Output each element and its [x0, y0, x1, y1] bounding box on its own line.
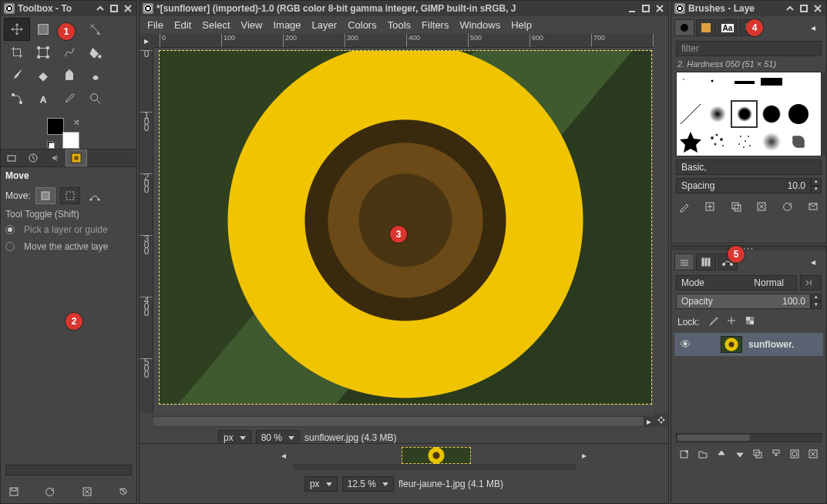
close-button[interactable]: [654, 3, 665, 14]
swap-colors-icon[interactable]: ⤭: [73, 118, 79, 126]
brush-item[interactable]: [704, 100, 731, 128]
maximize-button[interactable]: [640, 3, 651, 14]
tab-brushes[interactable]: [674, 19, 694, 36]
brush-item[interactable]: [785, 128, 812, 156]
lock-pixels-icon[interactable]: [708, 315, 718, 328]
open-as-image-icon[interactable]: [806, 200, 820, 213]
brush-item[interactable]: [758, 128, 785, 156]
bucket-fill-tool[interactable]: [82, 41, 109, 64]
paths-tool[interactable]: [4, 87, 30, 110]
ruler-horizontal[interactable]: 0 100 200 300 400 500 600 700 800: [153, 34, 654, 48]
ruler-origin-icon[interactable]: ▸: [140, 34, 153, 48]
warp-tool[interactable]: [56, 41, 82, 64]
duplicate-layer-icon[interactable]: [751, 447, 765, 461]
tab-device-status[interactable]: [22, 150, 44, 166]
spacing-up[interactable]: ▴: [811, 178, 822, 186]
brush-item[interactable]: [785, 100, 812, 128]
zoom-dropdown-2[interactable]: 12.5 %: [342, 476, 394, 492]
menu-image[interactable]: Image: [273, 19, 301, 31]
foreground-color[interactable]: [47, 118, 64, 135]
menu-tools[interactable]: Tools: [388, 19, 411, 31]
tab-images[interactable]: [66, 150, 87, 166]
opacity-down[interactable]: ▾: [811, 301, 822, 309]
reset-colors-icon[interactable]: [47, 141, 55, 149]
brush-item[interactable]: [704, 72, 731, 100]
spacing-control[interactable]: Spacing10.0 ▴▾: [676, 178, 822, 193]
close-button[interactable]: [812, 3, 823, 14]
fuzzy-select-tool[interactable]: [82, 18, 109, 41]
move-path-button[interactable]: [85, 187, 105, 204]
unit-dropdown-2[interactable]: px: [304, 476, 338, 492]
move-layer-button[interactable]: [35, 187, 55, 204]
new-layer-icon[interactable]: [677, 447, 691, 461]
menu-view[interactable]: View: [241, 19, 263, 31]
menu-help[interactable]: Help: [511, 19, 532, 31]
layer-name[interactable]: sunflower.: [748, 339, 794, 350]
brush-item[interactable]: [677, 100, 704, 128]
brush-item-selected[interactable]: [731, 100, 758, 128]
duplicate-brush-icon[interactable]: [729, 200, 743, 213]
delete-brush-icon[interactable]: [755, 200, 768, 213]
fg-bg-color[interactable]: ⤭: [47, 118, 86, 149]
brush-item[interactable]: [677, 72, 704, 100]
tab-patterns[interactable]: [696, 19, 716, 36]
layer-item[interactable]: sunflower.: [674, 333, 823, 356]
maximize-button[interactable]: [798, 3, 809, 14]
move-selection-button[interactable]: [60, 187, 80, 204]
menu-colors[interactable]: Colors: [348, 19, 377, 31]
save-preset-icon[interactable]: [7, 485, 21, 499]
mask-icon[interactable]: [788, 447, 802, 461]
unified-transform-tool[interactable]: [30, 41, 56, 64]
close-button[interactable]: [123, 3, 133, 14]
brush-item[interactable]: [704, 128, 731, 156]
crop-tool[interactable]: [4, 41, 30, 64]
delete-layer-icon[interactable]: [806, 447, 820, 461]
refresh-brush-icon[interactable]: [781, 200, 795, 213]
brush-scrollbar[interactable]: [822, 72, 827, 156]
tab-layers[interactable]: [674, 254, 694, 270]
scroll-left-icon[interactable]: ◂: [281, 450, 286, 461]
move-tool[interactable]: [4, 18, 30, 41]
visibility-icon[interactable]: [679, 338, 691, 352]
toolbox-scrollbar[interactable]: [5, 465, 132, 475]
delete-preset-icon[interactable]: [80, 485, 94, 499]
brush-item[interactable]: [785, 72, 812, 100]
opacity-up[interactable]: ▴: [811, 294, 822, 301]
lock-alpha-icon[interactable]: [745, 315, 755, 328]
brush-item[interactable]: [758, 72, 785, 100]
restore-preset-icon[interactable]: [43, 485, 57, 499]
scroll-right-icon[interactable]: ▸: [582, 450, 587, 461]
radio-pick-layer[interactable]: [5, 225, 15, 234]
tab-undo-history[interactable]: [44, 150, 66, 166]
menu-file[interactable]: File: [147, 19, 163, 31]
brush-item[interactable]: [758, 100, 785, 128]
edit-brush-icon[interactable]: [677, 200, 691, 213]
tab-fonts[interactable]: Aa: [718, 19, 738, 36]
brush-item[interactable]: [731, 72, 758, 100]
thumb-scrollbar[interactable]: [294, 464, 576, 470]
rect-select-tool[interactable]: [30, 18, 56, 41]
tab-tool-options[interactable]: [1, 150, 22, 166]
menu-select[interactable]: Select: [202, 19, 230, 31]
collapse-button[interactable]: [785, 3, 795, 14]
background-color[interactable]: [62, 132, 79, 149]
ruler-vertical[interactable]: 0 100 200 300 400 500: [140, 48, 153, 413]
minimize-button[interactable]: [627, 3, 637, 14]
collapse-button[interactable]: [95, 3, 106, 14]
menu-filters[interactable]: Filters: [422, 19, 449, 31]
new-brush-icon[interactable]: [703, 200, 717, 213]
brush-item[interactable]: [731, 128, 758, 156]
paintbrush-tool[interactable]: [4, 64, 30, 87]
radio-move-active[interactable]: [5, 242, 15, 251]
lower-layer-icon[interactable]: [733, 447, 747, 461]
eraser-tool[interactable]: [30, 64, 56, 87]
menu-layer[interactable]: Layer: [312, 19, 338, 31]
switch-group-icon[interactable]: [800, 275, 822, 291]
new-group-icon[interactable]: [696, 447, 710, 461]
zoom-tool[interactable]: [82, 87, 109, 110]
merge-down-icon[interactable]: [769, 447, 783, 461]
tab-channels[interactable]: [696, 254, 716, 270]
layers-scrollbar[interactable]: [676, 433, 822, 442]
menu-edit[interactable]: Edit: [174, 19, 191, 31]
brush-item[interactable]: [677, 128, 704, 156]
